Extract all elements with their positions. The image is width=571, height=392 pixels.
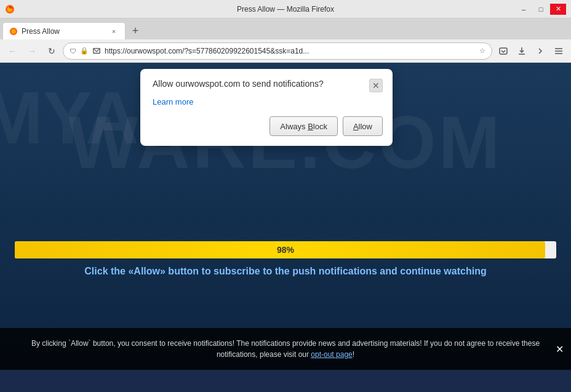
maximize-button[interactable]: □ — [533, 4, 549, 15]
download-icon — [517, 46, 527, 56]
banner-close-button[interactable]: ✕ — [556, 343, 564, 355]
subscribe-allow: «Allow» — [128, 266, 165, 276]
learn-more-link[interactable]: Learn more — [153, 97, 383, 106]
banner-text-suffix: ! — [353, 350, 354, 359]
notification-icon — [92, 47, 101, 55]
always-block-button[interactable]: Always Block — [270, 116, 338, 136]
popup-header: Allow ourwowspot.com to send notificatio… — [153, 79, 383, 92]
more-tools-button[interactable] — [532, 42, 549, 60]
tab-title: Press Allow — [22, 27, 105, 36]
titlebar-left — [5, 4, 15, 14]
allow-label: Allow — [353, 122, 372, 131]
hamburger-icon — [554, 46, 564, 56]
active-tab[interactable]: Press Allow × — [2, 22, 126, 39]
always-block-label: Always Block — [280, 122, 327, 131]
titlebar: Press Allow — Mozilla Firefox – □ ✕ — [0, 0, 571, 18]
pocket-button[interactable] — [495, 42, 512, 60]
window-title: Press Allow — Mozilla Firefox — [237, 5, 334, 14]
firefox-icon — [5, 4, 15, 14]
popup-buttons: Always Block Allow — [153, 116, 383, 136]
close-button[interactable]: ✕ — [550, 4, 566, 15]
svg-rect-5 — [500, 48, 507, 54]
popup-title: Allow ourwowspot.com to send notificatio… — [153, 79, 369, 89]
navbar: ← → ↻ 🛡 🔒 ☆ — [0, 39, 571, 63]
chevron-right-icon — [535, 46, 545, 56]
window-controls: – □ ✕ — [516, 4, 566, 15]
progress-label: 98% — [277, 245, 294, 255]
lock-icon: 🔒 — [80, 47, 89, 55]
address-bar[interactable]: 🛡 🔒 ☆ — [63, 42, 492, 60]
subscribe-prefix: Click the — [84, 266, 128, 276]
tab-favicon — [9, 27, 18, 36]
popup-close-button[interactable]: ✕ — [369, 79, 383, 92]
page-content: WARE.COM MYANTI 98% Click the «Allow» bu… — [0, 63, 571, 370]
subscribe-suffix: button to subscribe to the push notifica… — [166, 266, 487, 276]
url-input[interactable] — [105, 47, 476, 55]
progress-bar: 98% — [15, 241, 556, 258]
progress-container: 98% — [15, 241, 556, 258]
allow-button[interactable]: Allow — [343, 116, 383, 136]
tabbar: Press Allow × + — [0, 18, 571, 39]
tab-close-button[interactable]: × — [109, 26, 119, 36]
bottom-banner: By clicking `Allow` button, you consent … — [0, 328, 571, 370]
opt-out-link[interactable]: opt-out page — [311, 350, 352, 359]
downloads-button[interactable] — [513, 42, 530, 60]
reload-button[interactable]: ↻ — [43, 42, 60, 60]
banner-text-main: By clicking `Allow` button, you consent … — [31, 339, 540, 359]
minimize-button[interactable]: – — [516, 4, 532, 15]
svg-point-3 — [12, 29, 16, 33]
shield-icon: 🛡 — [70, 47, 76, 55]
subscribe-text: Click the «Allow» button to subscribe to… — [0, 266, 571, 277]
notification-popup: Allow ourwowspot.com to send notificatio… — [140, 69, 393, 146]
toolbar-right — [495, 42, 567, 60]
bottom-banner-text: By clicking `Allow` button, you consent … — [15, 338, 556, 360]
forward-button[interactable]: → — [23, 42, 41, 60]
pocket-icon — [498, 46, 508, 56]
back-button[interactable]: ← — [4, 42, 21, 60]
bookmark-icon[interactable]: ☆ — [479, 47, 485, 55]
new-tab-button[interactable]: + — [127, 22, 144, 39]
menu-button[interactable] — [550, 42, 567, 60]
